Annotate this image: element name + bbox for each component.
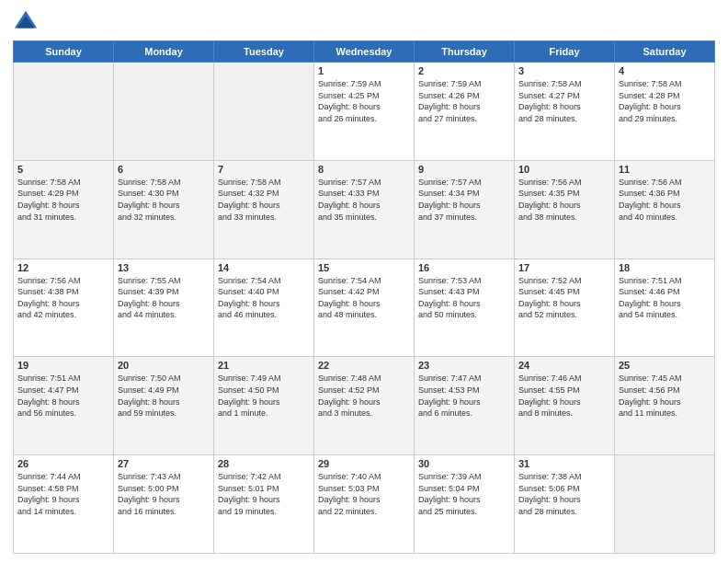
calendar-cell: 2Sunrise: 7:59 AM Sunset: 4:26 PM Daylig… <box>415 63 515 161</box>
calendar-cell: 5Sunrise: 7:58 AM Sunset: 4:29 PM Daylig… <box>14 160 114 259</box>
calendar-cell: 8Sunrise: 7:57 AM Sunset: 4:33 PM Daylig… <box>314 160 415 259</box>
day-info: Sunrise: 7:58 AM Sunset: 4:28 PM Dayligh… <box>619 78 711 124</box>
day-info: Sunrise: 7:51 AM Sunset: 4:46 PM Dayligh… <box>619 275 711 321</box>
week-row-1: 1Sunrise: 7:59 AM Sunset: 4:25 PM Daylig… <box>14 63 715 161</box>
day-info: Sunrise: 7:44 AM Sunset: 4:58 PM Dayligh… <box>17 471 109 517</box>
day-info: Sunrise: 7:58 AM Sunset: 4:32 PM Dayligh… <box>218 177 310 223</box>
calendar-cell: 28Sunrise: 7:42 AM Sunset: 5:01 PM Dayli… <box>214 455 314 554</box>
calendar-cell: 14Sunrise: 7:54 AM Sunset: 4:40 PM Dayli… <box>214 259 314 357</box>
day-number: 12 <box>17 262 109 273</box>
day-number: 28 <box>218 458 310 469</box>
day-info: Sunrise: 7:53 AM Sunset: 4:43 PM Dayligh… <box>418 275 510 321</box>
week-row-4: 19Sunrise: 7:51 AM Sunset: 4:47 PM Dayli… <box>14 357 715 455</box>
day-info: Sunrise: 7:40 AM Sunset: 5:03 PM Dayligh… <box>318 471 410 517</box>
weekday-header-tuesday: Tuesday <box>214 41 314 63</box>
day-number: 31 <box>518 458 610 469</box>
day-number: 7 <box>218 164 310 175</box>
day-info: Sunrise: 7:58 AM Sunset: 4:27 PM Dayligh… <box>518 78 610 124</box>
day-number: 19 <box>17 360 109 371</box>
day-info: Sunrise: 7:58 AM Sunset: 4:30 PM Dayligh… <box>118 177 210 223</box>
weekday-header-row: SundayMondayTuesdayWednesdayThursdayFrid… <box>14 41 715 63</box>
day-number: 13 <box>118 262 210 273</box>
weekday-header-friday: Friday <box>515 41 615 63</box>
calendar-cell: 9Sunrise: 7:57 AM Sunset: 4:34 PM Daylig… <box>415 160 515 259</box>
calendar-cell: 22Sunrise: 7:48 AM Sunset: 4:52 PM Dayli… <box>314 357 415 455</box>
calendar-cell: 13Sunrise: 7:55 AM Sunset: 4:39 PM Dayli… <box>114 259 214 357</box>
calendar-cell <box>214 63 314 161</box>
calendar-cell: 4Sunrise: 7:58 AM Sunset: 4:28 PM Daylig… <box>615 63 715 161</box>
logo <box>13 9 42 35</box>
calendar-cell: 18Sunrise: 7:51 AM Sunset: 4:46 PM Dayli… <box>615 259 715 357</box>
calendar-cell <box>14 63 114 161</box>
calendar-table: SundayMondayTuesdayWednesdayThursdayFrid… <box>13 40 715 554</box>
day-info: Sunrise: 7:49 AM Sunset: 4:50 PM Dayligh… <box>218 373 310 419</box>
day-number: 10 <box>518 164 610 175</box>
calendar-cell: 6Sunrise: 7:58 AM Sunset: 4:30 PM Daylig… <box>114 160 214 259</box>
week-row-5: 26Sunrise: 7:44 AM Sunset: 4:58 PM Dayli… <box>14 455 715 554</box>
calendar-cell: 21Sunrise: 7:49 AM Sunset: 4:50 PM Dayli… <box>214 357 314 455</box>
calendar-cell: 7Sunrise: 7:58 AM Sunset: 4:32 PM Daylig… <box>214 160 314 259</box>
calendar-cell: 11Sunrise: 7:56 AM Sunset: 4:36 PM Dayli… <box>615 160 715 259</box>
day-number: 11 <box>619 164 711 175</box>
day-number: 24 <box>518 360 610 371</box>
calendar-cell: 26Sunrise: 7:44 AM Sunset: 4:58 PM Dayli… <box>14 455 114 554</box>
calendar-cell: 16Sunrise: 7:53 AM Sunset: 4:43 PM Dayli… <box>415 259 515 357</box>
calendar-cell: 27Sunrise: 7:43 AM Sunset: 5:00 PM Dayli… <box>114 455 214 554</box>
day-number: 2 <box>418 65 510 76</box>
calendar-cell: 12Sunrise: 7:56 AM Sunset: 4:38 PM Dayli… <box>14 259 114 357</box>
day-info: Sunrise: 7:56 AM Sunset: 4:35 PM Dayligh… <box>518 177 610 223</box>
day-number: 26 <box>17 458 109 469</box>
day-info: Sunrise: 7:56 AM Sunset: 4:38 PM Dayligh… <box>17 275 109 321</box>
day-info: Sunrise: 7:52 AM Sunset: 4:45 PM Dayligh… <box>518 275 610 321</box>
day-info: Sunrise: 7:38 AM Sunset: 5:06 PM Dayligh… <box>518 471 610 517</box>
day-number: 23 <box>418 360 510 371</box>
calendar-cell: 29Sunrise: 7:40 AM Sunset: 5:03 PM Dayli… <box>314 455 415 554</box>
weekday-header-wednesday: Wednesday <box>314 41 415 63</box>
calendar-cell: 31Sunrise: 7:38 AM Sunset: 5:06 PM Dayli… <box>515 455 615 554</box>
calendar-cell: 25Sunrise: 7:45 AM Sunset: 4:56 PM Dayli… <box>615 357 715 455</box>
day-info: Sunrise: 7:57 AM Sunset: 4:34 PM Dayligh… <box>418 177 510 223</box>
day-info: Sunrise: 7:45 AM Sunset: 4:56 PM Dayligh… <box>619 373 711 419</box>
day-number: 20 <box>118 360 210 371</box>
day-number: 27 <box>118 458 210 469</box>
day-number: 16 <box>418 262 510 273</box>
day-number: 30 <box>418 458 510 469</box>
calendar-cell: 3Sunrise: 7:58 AM Sunset: 4:27 PM Daylig… <box>515 63 615 161</box>
page: SundayMondayTuesdayWednesdayThursdayFrid… <box>0 0 728 563</box>
day-number: 5 <box>17 164 109 175</box>
day-info: Sunrise: 7:42 AM Sunset: 5:01 PM Dayligh… <box>218 471 310 517</box>
calendar-cell: 23Sunrise: 7:47 AM Sunset: 4:53 PM Dayli… <box>415 357 515 455</box>
day-number: 6 <box>118 164 210 175</box>
day-info: Sunrise: 7:51 AM Sunset: 4:47 PM Dayligh… <box>17 373 109 419</box>
day-number: 1 <box>318 65 410 76</box>
day-info: Sunrise: 7:48 AM Sunset: 4:52 PM Dayligh… <box>318 373 410 419</box>
weekday-header-monday: Monday <box>114 41 214 63</box>
day-info: Sunrise: 7:54 AM Sunset: 4:42 PM Dayligh… <box>318 275 410 321</box>
calendar-cell: 24Sunrise: 7:46 AM Sunset: 4:55 PM Dayli… <box>515 357 615 455</box>
calendar-cell: 15Sunrise: 7:54 AM Sunset: 4:42 PM Dayli… <box>314 259 415 357</box>
day-info: Sunrise: 7:59 AM Sunset: 4:26 PM Dayligh… <box>418 78 510 124</box>
calendar-cell: 19Sunrise: 7:51 AM Sunset: 4:47 PM Dayli… <box>14 357 114 455</box>
day-number: 15 <box>318 262 410 273</box>
calendar-cell: 1Sunrise: 7:59 AM Sunset: 4:25 PM Daylig… <box>314 63 415 161</box>
day-info: Sunrise: 7:57 AM Sunset: 4:33 PM Dayligh… <box>318 177 410 223</box>
calendar-cell: 20Sunrise: 7:50 AM Sunset: 4:49 PM Dayli… <box>114 357 214 455</box>
day-info: Sunrise: 7:54 AM Sunset: 4:40 PM Dayligh… <box>218 275 310 321</box>
calendar-cell <box>615 455 715 554</box>
day-number: 8 <box>318 164 410 175</box>
day-number: 18 <box>619 262 711 273</box>
weekday-header-sunday: Sunday <box>14 41 114 63</box>
day-info: Sunrise: 7:46 AM Sunset: 4:55 PM Dayligh… <box>518 373 610 419</box>
day-number: 17 <box>518 262 610 273</box>
week-row-3: 12Sunrise: 7:56 AM Sunset: 4:38 PM Dayli… <box>14 259 715 357</box>
day-number: 22 <box>318 360 410 371</box>
day-info: Sunrise: 7:39 AM Sunset: 5:04 PM Dayligh… <box>418 471 510 517</box>
day-info: Sunrise: 7:58 AM Sunset: 4:29 PM Dayligh… <box>17 177 109 223</box>
logo-icon <box>13 9 39 35</box>
day-info: Sunrise: 7:56 AM Sunset: 4:36 PM Dayligh… <box>619 177 711 223</box>
weekday-header-saturday: Saturday <box>615 41 715 63</box>
day-info: Sunrise: 7:55 AM Sunset: 4:39 PM Dayligh… <box>118 275 210 321</box>
calendar-cell <box>114 63 214 161</box>
weekday-header-thursday: Thursday <box>415 41 515 63</box>
day-info: Sunrise: 7:43 AM Sunset: 5:00 PM Dayligh… <box>118 471 210 517</box>
